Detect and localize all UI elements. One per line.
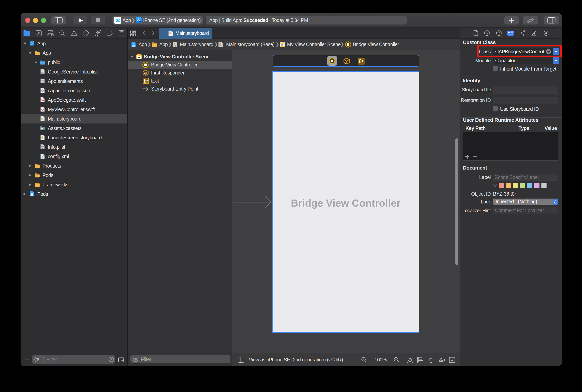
svg-text:1: 1: [347, 61, 349, 64]
svg-text:1: 1: [146, 73, 147, 76]
